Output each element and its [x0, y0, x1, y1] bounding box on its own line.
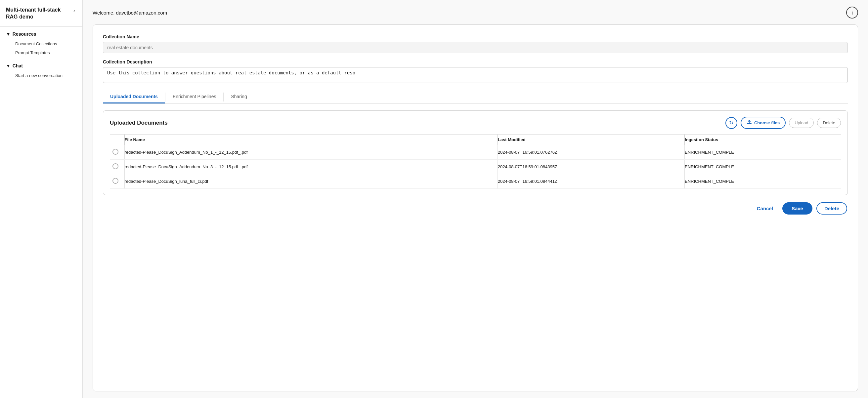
table-row: redacted-Please_DocuSign_Addendum_No_3_-…	[110, 160, 841, 174]
th-file-name: File Name	[124, 135, 497, 145]
row-select-1[interactable]	[110, 160, 124, 174]
info-icon-button[interactable]: i	[846, 7, 858, 19]
chevron-down-icon-chat: ▼	[6, 63, 10, 68]
documents-panel-header: Uploaded Documents ↻ Choose files	[110, 117, 841, 129]
delete-panel-button[interactable]: Delete	[817, 118, 841, 128]
main-card: Collection Name Collection Description U…	[93, 25, 858, 391]
sidebar-title: Multi-tenant full-stack RAG demo	[6, 7, 72, 21]
sidebar-section-chat-label: Chat	[12, 63, 23, 68]
collection-description-textarea[interactable]: Use this collection to answer questions …	[103, 67, 848, 83]
row-lastmodified-2: 2024-08-07T16:59:01.084441Z	[497, 174, 684, 189]
info-icon: i	[851, 10, 853, 15]
row-filename-2: redacted-Please_DocuSign_luna_full_cr.pd…	[124, 174, 497, 189]
sidebar-section-resources: ▼ Resources Document Collections Prompt …	[0, 27, 82, 59]
radio-circle-0[interactable]	[113, 149, 118, 155]
tabs-bar: Uploaded Documents Enrichment Pipelines …	[103, 91, 848, 104]
tab-enrichment-pipelines[interactable]: Enrichment Pipelines	[165, 91, 224, 103]
chevron-down-icon: ▼	[6, 31, 10, 37]
refresh-button[interactable]: ↻	[725, 117, 737, 129]
row-select-0[interactable]	[110, 145, 124, 160]
row-lastmodified-1: 2024-08-07T16:59:01.084395Z	[497, 160, 684, 174]
sidebar-item-prompt-templates[interactable]: Prompt Templates	[6, 48, 76, 57]
documents-panel-actions: ↻ Choose files Upload	[725, 117, 841, 129]
upload-icon	[747, 120, 752, 126]
sidebar-collapse-button[interactable]: ‹	[72, 7, 76, 14]
th-last-modified: Last Modified	[497, 135, 684, 145]
choose-files-label: Choose files	[754, 120, 780, 125]
row-lastmodified-0: 2024-08-07T16:59:01.076276Z	[497, 145, 684, 160]
tab-uploaded-documents[interactable]: Uploaded Documents	[103, 91, 165, 103]
documents-panel: Uploaded Documents ↻ Choose files	[103, 110, 848, 195]
table-row: redacted-Please_DocuSign_luna_full_cr.pd…	[110, 174, 841, 189]
refresh-icon: ↻	[729, 120, 733, 126]
collection-name-label: Collection Name	[103, 34, 848, 39]
row-filename-1: redacted-Please_DocuSign_Addendum_No_3_-…	[124, 160, 497, 174]
upload-button[interactable]: Upload	[789, 118, 814, 128]
cancel-button[interactable]: Cancel	[751, 202, 778, 214]
main-content: Welcome, davetbo@amazon.com i Collection…	[83, 0, 868, 398]
sidebar-item-new-conversation[interactable]: Start a new conversation	[6, 71, 76, 80]
row-ingestionstatus-0: ENRICHMENT_COMPLE	[685, 145, 841, 160]
documents-table: File Name Last Modified Ingestion Status	[110, 134, 841, 189]
row-ingestionstatus-1: ENRICHMENT_COMPLE	[685, 160, 841, 174]
radio-circle-1[interactable]	[113, 163, 118, 169]
delete-button[interactable]: Delete	[816, 202, 847, 214]
sidebar-section-chat-header[interactable]: ▼ Chat	[6, 63, 76, 68]
save-button[interactable]: Save	[782, 202, 812, 214]
th-select	[110, 135, 124, 145]
documents-panel-title: Uploaded Documents	[110, 120, 168, 126]
sidebar-section-chat: ▼ Chat Start a new conversation	[0, 59, 82, 81]
radio-circle-2[interactable]	[113, 178, 118, 184]
sidebar: Multi-tenant full-stack RAG demo ‹ ▼ Res…	[0, 0, 83, 398]
sidebar-item-document-collections[interactable]: Document Collections	[6, 39, 76, 48]
collection-description-label: Collection Description	[103, 59, 848, 64]
welcome-text: Welcome, davetbo@amazon.com	[93, 10, 167, 15]
sidebar-header: Multi-tenant full-stack RAG demo ‹	[0, 7, 82, 27]
row-ingestionstatus-2: ENRICHMENT_COMPLE	[685, 174, 841, 189]
row-select-2[interactable]	[110, 174, 124, 189]
th-ingestion-status: Ingestion Status	[685, 135, 841, 145]
collection-name-input[interactable]	[103, 42, 848, 53]
row-filename-0: redacted-Please_DocuSign_Addendum_No_1_-…	[124, 145, 497, 160]
top-bar: Welcome, davetbo@amazon.com i	[93, 7, 858, 19]
tab-sharing[interactable]: Sharing	[224, 91, 254, 103]
sidebar-section-resources-header[interactable]: ▼ Resources	[6, 31, 76, 37]
bottom-actions: Cancel Save Delete	[103, 202, 848, 214]
svg-rect-0	[747, 123, 751, 124]
choose-files-button[interactable]: Choose files	[741, 117, 786, 129]
table-row: redacted-Please_DocuSign_Addendum_No_1_-…	[110, 145, 841, 160]
sidebar-section-resources-label: Resources	[12, 31, 36, 37]
